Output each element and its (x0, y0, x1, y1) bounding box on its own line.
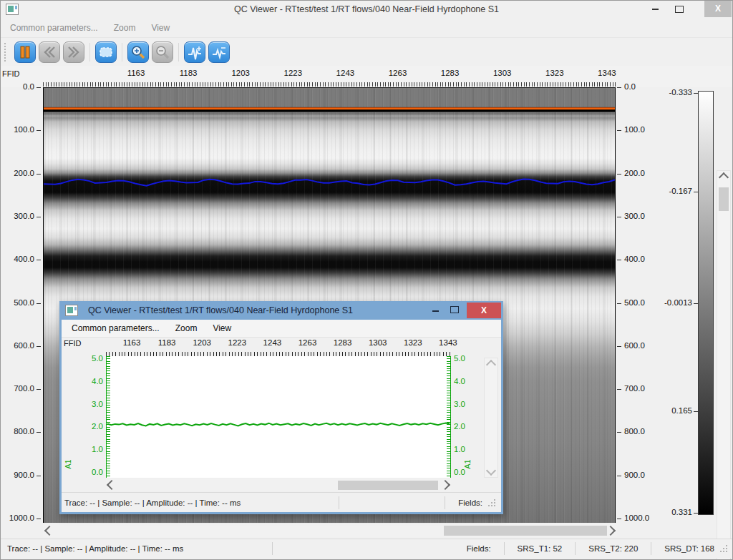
status-trace-info: Trace: -- | Sample: -- | Amplitude: -- |… (62, 498, 333, 507)
main-vertical-scrollbar[interactable] (717, 170, 731, 560)
ffid-tick-label: 1163 (127, 69, 145, 77)
previous-button[interactable] (39, 41, 60, 63)
status-srs-t1: SRS_T1: 52 (510, 544, 570, 553)
inner-vertical-scrollbar[interactable] (484, 358, 498, 478)
chevron-left-icon (107, 480, 117, 490)
gain-up-button[interactable] (184, 41, 205, 63)
inner-close-button[interactable]: X (467, 303, 501, 318)
toolbar-separator (178, 43, 179, 62)
vertical-scroll-thumb[interactable] (719, 187, 729, 211)
close-button[interactable]: X (704, 0, 732, 17)
status-srs-dt: SRS_DT: 168 (657, 544, 722, 553)
a1-chart-plot[interactable] (106, 356, 451, 478)
time-tick-label: 100.0 (624, 125, 645, 134)
inner-minimize-icon[interactable] (432, 310, 439, 312)
time-tick-mark (617, 432, 621, 433)
select-region-button[interactable] (95, 41, 117, 63)
time-tick-label: 200.0 (0, 169, 34, 177)
time-tick-mark (617, 519, 621, 519)
scroll-up-button[interactable] (717, 171, 730, 184)
time-tick-mark (37, 303, 41, 304)
colorbar-tick-mark (694, 93, 698, 94)
ffid-tick-label: 1343 (598, 69, 616, 77)
magnifier-plus-icon (130, 44, 146, 60)
y-tick-label: 4.0 (82, 377, 103, 385)
scroll-up-button[interactable] (485, 358, 497, 371)
menu-view[interactable]: View (151, 23, 170, 33)
resize-grip[interactable] (491, 502, 498, 509)
colorbar-tick-mark (694, 192, 698, 192)
inner-maximize-icon[interactable] (450, 306, 459, 313)
time-tick-label: 600.0 (0, 341, 34, 350)
colorbar-tick-label: -0.333 (644, 88, 692, 97)
pause-icon (17, 44, 33, 60)
time-tick-label: 500.0 (0, 298, 34, 307)
time-tick-label: 0.0 (624, 82, 636, 91)
ffid-tick-label: 1263 (389, 69, 407, 77)
ffid-tick-label: 1343 (439, 338, 457, 347)
menu-zoom[interactable]: Zoom (175, 323, 198, 333)
time-tick-mark (37, 389, 41, 390)
scroll-right-button[interactable] (440, 479, 451, 491)
time-tick-label: 600.0 (624, 341, 645, 350)
gain-down-button[interactable] (208, 41, 230, 63)
horizontal-scroll-thumb[interactable] (444, 526, 607, 536)
ffid-tick-label: 1183 (158, 338, 176, 347)
y-tick-label: 0.0 (454, 468, 465, 476)
amplitude-colorbar (698, 91, 714, 515)
main-statusbar: Trace: -- | Sample: -- | Amplitude: -- |… (0, 539, 733, 558)
y-tick-label: 2.0 (454, 422, 465, 431)
ffid-tick-label: 1203 (193, 338, 211, 347)
time-tick-label: 1000.0 (0, 514, 34, 522)
time-tick-label: 400.0 (624, 255, 645, 263)
colorbar-tick-label: -0.167 (644, 187, 692, 195)
marquee-icon (98, 44, 114, 60)
time-tick-mark (37, 519, 41, 519)
menu-common-parameters[interactable]: Common parameters... (72, 323, 160, 333)
scroll-left-button[interactable] (106, 479, 117, 491)
status-separator (445, 496, 445, 509)
ffid-tick-label: 1263 (298, 338, 317, 347)
scroll-down-button[interactable] (485, 464, 497, 477)
main-horizontal-scrollbar[interactable] (43, 524, 617, 537)
chevron-left-icon (44, 526, 54, 536)
inner-window[interactable]: QC Viewer - RTtest/test 1/RT flows/040 N… (59, 301, 503, 514)
time-tick-label: 900.0 (624, 471, 645, 479)
colorbar-tick-mark (694, 513, 698, 514)
time-tick-label: 500.0 (624, 298, 645, 307)
colorbar-tick-label: 0.165 (644, 406, 692, 415)
ffid-tick-label: 1163 (123, 338, 141, 347)
colorbar-tick-label: -0.0013 (644, 298, 692, 307)
scroll-left-button[interactable] (43, 524, 56, 537)
time-tick-mark (37, 476, 41, 476)
y-tick-label: 1.0 (82, 445, 103, 453)
zoom-in-button[interactable] (127, 41, 149, 63)
status-separator (651, 542, 651, 555)
time-tick-mark (617, 346, 621, 347)
inner-titlebar[interactable]: QC Viewer - RTtest/test 1/RT flows/040 N… (59, 301, 503, 320)
maximize-button[interactable] (670, 2, 689, 16)
menu-view[interactable]: View (213, 323, 231, 333)
ffid-tick-label: 1283 (334, 338, 352, 347)
minimize-button[interactable] (646, 2, 664, 16)
next-button[interactable] (63, 41, 84, 63)
time-tick-mark (617, 87, 621, 88)
inner-horizontal-scrollbar[interactable] (106, 479, 451, 491)
menu-zoom[interactable]: Zoom (114, 23, 136, 33)
zoom-out-button[interactable] (152, 41, 173, 63)
ffid-tick-label: 1243 (263, 338, 282, 347)
time-tick-mark (37, 87, 41, 88)
horizontal-scroll-thumb[interactable] (338, 481, 438, 490)
colorbar-tick-mark (694, 303, 698, 304)
y-tick-label: 3.0 (82, 400, 103, 408)
time-tick-label: 300.0 (0, 212, 34, 220)
time-tick-mark (37, 432, 41, 433)
scroll-right-button[interactable] (604, 524, 617, 537)
pause-button[interactable] (14, 41, 36, 63)
toolbar-drag-handle[interactable] (4, 43, 9, 62)
waveform-plus-icon (187, 44, 203, 60)
inner-menubar: Common parameters... Zoom View (62, 320, 501, 338)
resize-grip[interactable] (723, 548, 730, 555)
main-window-title: QC Viewer - RTtest/test 1/RT flows/040 N… (0, 4, 733, 14)
menu-common-parameters[interactable]: Common parameters... (10, 23, 98, 33)
